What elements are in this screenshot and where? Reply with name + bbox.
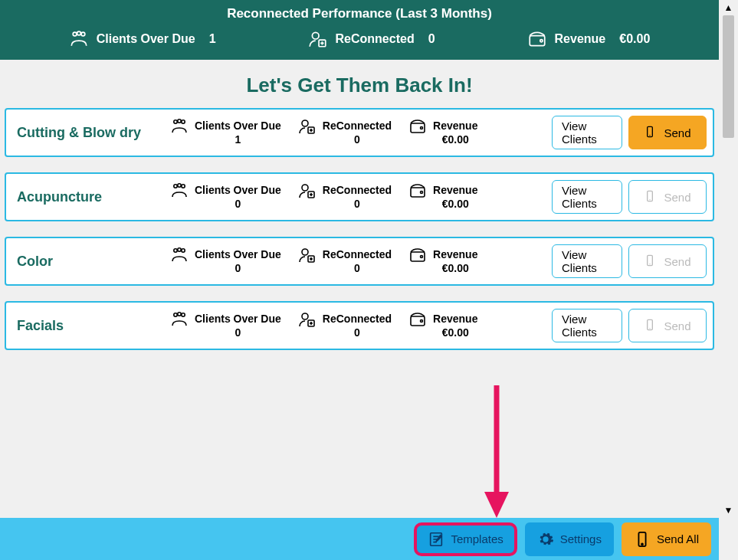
templates-label: Templates <box>451 532 503 545</box>
header-stat-reconnected-value: 0 <box>428 32 435 46</box>
header-title: Reconnected Performance (Last 3 Months) <box>0 6 719 29</box>
stat-reconnected-value: 0 <box>354 326 360 339</box>
stat-reconnected-label: ReConnected <box>323 120 392 132</box>
settings-label: Settings <box>560 532 602 545</box>
svg-point-37 <box>421 320 423 323</box>
scroll-up-arrow[interactable]: ▲ <box>719 0 738 15</box>
stat-overdue-label: Clients Over Due <box>195 248 281 260</box>
svg-point-33 <box>182 313 185 316</box>
stat-reconnected-value: 0 <box>354 133 360 146</box>
reconnected-icon <box>298 310 317 329</box>
view-clients-button[interactable]: View Clients <box>552 180 622 214</box>
svg-point-3 <box>312 32 319 39</box>
phone-icon <box>634 531 651 548</box>
stat-reconnected-label: ReConnected <box>323 313 392 325</box>
gear-icon <box>537 531 554 548</box>
wallet-icon <box>408 246 427 264</box>
templates-button[interactable]: Templates <box>414 522 517 556</box>
category-row: FacialsClients Over Due0ReConnected0Reve… <box>5 301 714 350</box>
stat-reconnected-value: 0 <box>354 262 360 274</box>
stat-revenue-label: Revenue <box>433 313 477 325</box>
svg-point-18 <box>302 185 308 191</box>
send-button: Send <box>628 180 707 214</box>
wallet-icon <box>408 117 427 136</box>
svg-point-21 <box>421 192 423 194</box>
stat-overdue-value: 1 <box>235 133 241 146</box>
clients-icon <box>69 29 89 49</box>
stat-overdue-label: Clients Over Due <box>195 313 281 325</box>
category-row: ColorClients Over Due0ReConnected0Revenu… <box>5 237 714 286</box>
stat-reconnected-value: 0 <box>354 198 360 210</box>
stat-reconnected-label: ReConnected <box>323 184 392 196</box>
send-button[interactable]: Send <box>628 116 707 149</box>
clients-icon <box>170 182 189 200</box>
stat-revenue-value: €0.00 <box>442 133 469 146</box>
stat-overdue-value: 0 <box>235 198 241 210</box>
stat-revenue-label: Revenue <box>433 184 477 196</box>
send-label: Send <box>664 255 690 268</box>
reconnected-icon <box>298 182 317 200</box>
svg-point-23 <box>174 249 177 252</box>
send-label: Send <box>664 319 690 332</box>
category-row: AcupunctureClients Over Due0ReConnected0… <box>5 172 714 221</box>
view-clients-button[interactable]: View Clients <box>552 244 622 278</box>
clients-icon <box>170 246 189 264</box>
wallet-icon <box>527 29 547 49</box>
category-name: Acupuncture <box>17 189 170 205</box>
reconnected-icon <box>298 117 317 136</box>
scroll-down-arrow[interactable]: ▼ <box>719 503 738 518</box>
svg-point-1 <box>77 31 80 35</box>
stat-overdue-value: 0 <box>235 262 241 274</box>
reconnected-icon <box>298 246 317 264</box>
phone-icon <box>644 187 656 208</box>
view-clients-button[interactable]: View Clients <box>552 116 622 149</box>
send-label: Send <box>664 191 690 204</box>
header-stat-reconnected: ReConnected 0 <box>308 29 435 49</box>
wallet-icon <box>408 182 427 200</box>
header-stat-overdue: Clients Over Due 1 <box>69 29 216 49</box>
stat-revenue: Revenue€0.00 <box>408 248 477 274</box>
stat-revenue: Revenue€0.00 <box>408 184 477 210</box>
category-name: Cutting & Blow dry <box>17 125 170 141</box>
scrollbar-thumb[interactable] <box>723 15 734 138</box>
header-stat-reconnected-label: ReConnected <box>336 32 415 46</box>
svg-point-2 <box>81 32 85 36</box>
svg-point-24 <box>178 248 181 251</box>
stat-revenue-label: Revenue <box>433 248 477 260</box>
svg-point-13 <box>421 127 423 129</box>
svg-point-14 <box>650 135 651 136</box>
svg-point-6 <box>540 40 542 42</box>
stat-revenue: Revenue€0.00 <box>408 120 477 146</box>
view-clients-button[interactable]: View Clients <box>552 309 622 342</box>
stat-reconnected: ReConnected0 <box>298 248 392 274</box>
page-subtitle: Let's Get Them Back In! <box>0 60 719 108</box>
header-stat-revenue-label: Revenue <box>555 32 606 46</box>
stat-revenue-value: €0.00 <box>442 198 469 210</box>
templates-icon <box>428 531 444 548</box>
svg-point-8 <box>178 120 181 123</box>
svg-point-34 <box>302 313 308 319</box>
svg-point-30 <box>650 264 651 264</box>
header-stat-overdue-value: 1 <box>209 32 216 46</box>
clients-icon <box>170 310 189 329</box>
stat-overdue: Clients Over Due1 <box>170 120 281 146</box>
svg-point-7 <box>174 120 177 123</box>
stat-overdue-label: Clients Over Due <box>195 120 281 132</box>
stat-revenue-value: €0.00 <box>442 262 469 274</box>
send-button: Send <box>628 309 707 342</box>
header-stat-revenue-value: €0.00 <box>619 32 650 46</box>
header-stat-revenue: Revenue €0.00 <box>527 29 651 49</box>
annotation-arrow <box>481 382 512 519</box>
category-name: Color <box>17 254 170 270</box>
stat-revenue-label: Revenue <box>433 120 477 132</box>
header-stat-overdue-label: Clients Over Due <box>97 32 195 46</box>
svg-point-15 <box>174 185 177 188</box>
phone-icon <box>644 123 656 143</box>
stat-revenue: Revenue€0.00 <box>408 313 477 339</box>
stat-revenue-value: €0.00 <box>442 326 469 339</box>
settings-button[interactable]: Settings <box>525 522 614 556</box>
svg-point-0 <box>73 32 77 36</box>
svg-point-32 <box>178 313 181 316</box>
performance-header: Reconnected Performance (Last 3 Months) … <box>0 0 719 60</box>
send-all-button[interactable]: Send All <box>622 522 711 556</box>
